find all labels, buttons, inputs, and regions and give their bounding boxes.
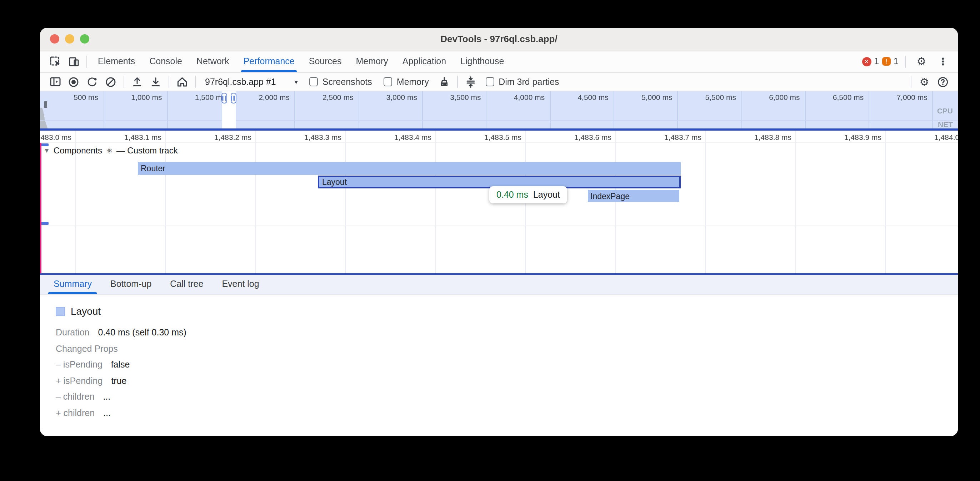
settings-gear-icon[interactable]: ⚙	[912, 53, 931, 70]
summary-row: Duration0.40 ms (self 0.30 ms)	[56, 325, 958, 341]
download-profile-icon[interactable]	[146, 73, 165, 90]
dim-3rd-parties-checkbox[interactable]: Dim 3rd parties	[485, 77, 559, 87]
divider	[124, 76, 124, 88]
summary-row-value: true	[111, 376, 126, 386]
devtools-tabbar: ElementsConsoleNetworkPerformanceSources…	[40, 51, 958, 73]
ruler-tick-label: 1,483.0 ms	[40, 132, 72, 141]
overview-tick-label: 500 ms	[73, 93, 98, 102]
help-icon[interactable]	[934, 73, 952, 90]
target-selector-dropdown[interactable]: 97r6ql.csb.app #1 ▾	[199, 77, 304, 87]
record-icon[interactable]	[64, 73, 83, 90]
summary-row: + isPendingtrue	[56, 373, 958, 389]
cpu-activity-silhouette	[40, 108, 48, 129]
clear-icon[interactable]	[102, 73, 120, 90]
tooltip-name: Layout	[533, 190, 560, 200]
target-selector-label: 97r6ql.csb.app #1	[205, 77, 276, 87]
flame-chart-area[interactable]: ▼ Components ⚛ — Custom track Router Lay…	[40, 143, 958, 273]
ruler-tick-label: 1,483.9 ms	[844, 132, 881, 141]
ruler-gridline	[795, 130, 796, 142]
tab-event-log[interactable]: Event log	[213, 275, 268, 294]
summary-row-value: 0.40 ms (self 0.30 ms)	[98, 328, 186, 338]
overview-tick-label: 4,000 ms	[514, 93, 545, 102]
error-badge[interactable]: ✕ 1	[862, 57, 879, 67]
issues-badge[interactable]: ! 1	[882, 57, 899, 67]
tab-network[interactable]: Network	[189, 51, 236, 72]
tab-memory[interactable]: Memory	[349, 51, 395, 72]
collapse-triangle-icon[interactable]: ▼	[44, 147, 50, 154]
screenshots-checkbox[interactable]: Screenshots	[309, 77, 372, 87]
overview-tick-label: 3,500 ms	[450, 93, 481, 102]
overview-gridline	[932, 91, 933, 130]
details-tabbar: SummaryBottom-upCall treeEvent log	[40, 275, 958, 295]
ruler-tick-label: 1,483.3 ms	[304, 132, 341, 141]
ruler-tick-label: 1,483.6 ms	[574, 132, 611, 141]
flame-gridline	[705, 143, 706, 273]
divider	[911, 76, 912, 88]
summary-row-label: – isPending	[56, 360, 102, 370]
summary-row-value: ...	[103, 408, 111, 418]
overview-tick-label: 1,000 ms	[131, 93, 162, 102]
flame-gridline	[885, 143, 886, 273]
divider	[457, 76, 458, 88]
divider	[169, 76, 169, 88]
ruler-gridline	[255, 130, 256, 142]
tab-performance[interactable]: Performance	[236, 51, 302, 72]
flame-gridline	[75, 143, 76, 273]
overview-selection-window[interactable]	[222, 91, 235, 129]
toggle-sidebar-icon[interactable]	[46, 73, 64, 90]
upload-profile-icon[interactable]	[128, 73, 146, 90]
network-request-chip[interactable]	[40, 222, 48, 224]
timeline-overview[interactable]: CPU NET 500 ms1,000 ms1,500 ms2,000 ms2,…	[40, 91, 958, 130]
ruler-gridline	[885, 130, 886, 142]
tab-console[interactable]: Console	[142, 51, 189, 72]
overview-gridline	[422, 91, 423, 130]
track-header[interactable]: ▼ Components ⚛ — Custom track	[44, 146, 178, 156]
tab-elements[interactable]: Elements	[91, 51, 142, 72]
device-toolbar-icon[interactable]	[64, 53, 83, 70]
ruler-tick-label: 1,483.7 ms	[664, 132, 702, 141]
tab-bottom-up[interactable]: Bottom-up	[101, 275, 161, 294]
summary-row-label: + isPending	[56, 376, 102, 386]
flame-bar-indexpage[interactable]: IndexPage	[587, 189, 679, 202]
overview-gridline	[805, 91, 806, 130]
checkbox-icon	[309, 78, 318, 86]
selection-right-handle[interactable]	[231, 93, 236, 103]
summary-row: + children...	[56, 405, 958, 421]
timeline-marker-line	[40, 143, 41, 273]
tooltip-duration: 0.40 ms	[496, 190, 528, 200]
overview-tick-label: 5,000 ms	[641, 93, 672, 102]
tabbar-right: ✕ 1 ! 1 ⚙ ⋮	[862, 53, 952, 70]
memory-checkbox[interactable]: Memory	[383, 77, 429, 87]
summary-title: Layout	[71, 305, 101, 317]
overview-gridline	[486, 91, 487, 130]
tab-application[interactable]: Application	[395, 51, 453, 72]
selection-left-handle[interactable]	[221, 93, 227, 103]
overview-gridline	[869, 91, 869, 130]
garbage-collect-icon[interactable]	[434, 73, 453, 90]
overview-tick-label: 2,500 ms	[323, 93, 353, 102]
tab-lighthouse[interactable]: Lighthouse	[453, 51, 511, 72]
overview-gridline	[741, 91, 742, 130]
error-icon: ✕	[862, 57, 871, 67]
flame-bar-router[interactable]: Router	[138, 162, 681, 175]
home-icon[interactable]	[173, 73, 191, 90]
tab-call-tree[interactable]: Call tree	[161, 275, 213, 294]
reload-record-icon[interactable]	[83, 73, 102, 90]
overview-tick-label: 6,500 ms	[833, 93, 864, 102]
summary-row-label: Changed Props	[56, 344, 118, 354]
tab-summary[interactable]: Summary	[44, 275, 101, 294]
detail-time-ruler[interactable]: 1,483.0 ms1,483.1 ms1,483.2 ms1,483.3 ms…	[40, 130, 958, 143]
summary-row-value: false	[111, 360, 130, 370]
cpu-track-label: CPU	[937, 106, 953, 115]
summary-row-label: + children	[56, 408, 95, 418]
ruler-tick-label: 1,483.1 ms	[124, 132, 161, 141]
overview-gridline	[550, 91, 550, 130]
capture-settings-gear-icon[interactable]: ⚙	[915, 73, 934, 90]
inspect-element-icon[interactable]	[46, 53, 64, 70]
ruler-gridline	[705, 130, 706, 142]
summary-row-value: ...	[103, 392, 110, 402]
kebab-menu-icon[interactable]: ⋮	[934, 53, 952, 70]
tab-sources[interactable]: Sources	[302, 51, 349, 72]
collapse-sections-icon[interactable]	[461, 73, 480, 90]
ruler-tick-label: 1,483.8 ms	[754, 132, 791, 141]
